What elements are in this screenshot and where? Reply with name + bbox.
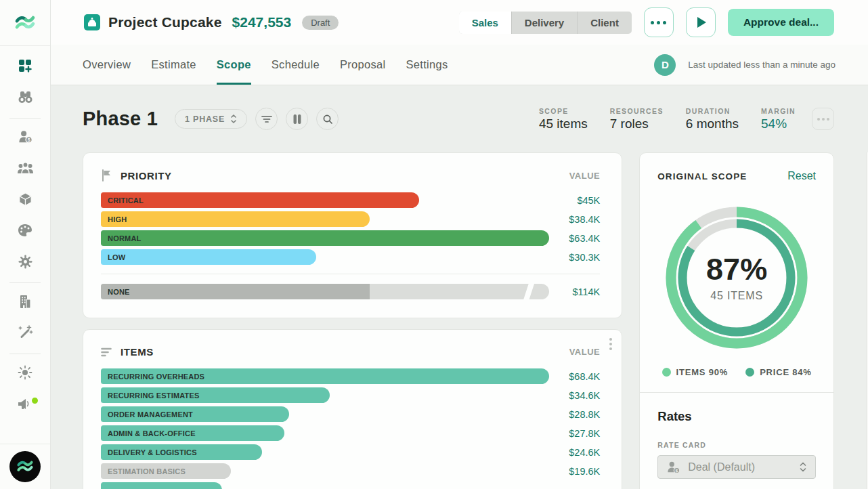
sidebar-footer	[0, 444, 50, 489]
bar-row: NORMAL $63.4K	[101, 230, 600, 246]
bar-label: NORMAL	[108, 234, 141, 242]
segment-client[interactable]: Client	[578, 12, 632, 34]
brand-circle-logo[interactable]	[9, 451, 41, 482]
value-column-header: VALUE	[569, 171, 601, 181]
items-kebab-menu[interactable]	[607, 335, 615, 353]
rate-card-label: RATE CARD	[657, 441, 816, 449]
run-button[interactable]	[686, 7, 716, 37]
legend-item-items: ITEMS 90%	[662, 367, 729, 377]
app-window: $ Project Cupcake $247	[0, 0, 868, 489]
bar-row: RECURRING OVERHEADS $68.4K	[101, 368, 600, 384]
stat-margin: MARGIN 54%	[761, 107, 796, 131]
stat-value: 54%	[761, 116, 796, 131]
segment-sales[interactable]: Sales	[459, 12, 512, 34]
legend-item-price: PRICE 84%	[745, 367, 812, 377]
stat-value: 6 months	[686, 116, 739, 131]
priority-card: PRIORITY VALUE CRITICAL $45K HIGH $38.4K…	[83, 152, 622, 318]
sidebar-item-megaphone[interactable]	[9, 389, 41, 421]
rows-divider	[101, 274, 600, 274]
status-badge: Draft	[302, 16, 339, 30]
chevron-updown-icon	[230, 114, 237, 124]
bar-row: RECURRING ESTIMATES $34.6K	[101, 387, 600, 403]
stat-value: 7 roles	[610, 116, 664, 131]
palette-icon	[17, 223, 33, 240]
bar-value: $28.8K	[549, 409, 600, 420]
search-icon	[322, 114, 333, 125]
sidebar-item-sun[interactable]	[9, 358, 41, 389]
bar-value: $34.6K	[549, 390, 600, 401]
bar-row: ADMIN & BACK-OFFICE $27.8K	[101, 425, 600, 441]
stat-duration: DURATION 6 months	[686, 107, 739, 131]
topbar: Project Cupcake $247,553 Draft SalesDeli…	[51, 0, 868, 85]
bar-value: $30.3K	[549, 252, 600, 263]
cube-icon	[18, 191, 33, 210]
segment-delivery[interactable]: Delivery	[512, 12, 578, 34]
bar-label: LOW	[108, 253, 125, 261]
tab-overview[interactable]: Overview	[83, 45, 131, 85]
tab-scope[interactable]: Scope	[217, 45, 251, 85]
sidebar-item-magic-wand[interactable]	[9, 318, 41, 349]
gear-icon	[18, 254, 33, 272]
bar-value: $19.6K	[549, 466, 600, 477]
more-actions-button[interactable]	[644, 7, 674, 37]
svg-text:$: $	[27, 137, 30, 143]
bar-row: HIGH $38.4K	[101, 211, 600, 227]
cake-icon	[84, 14, 100, 30]
bar-row-overflow: NONE $114K	[101, 284, 600, 299]
phase-selector-label: 1 PHASE	[185, 114, 225, 124]
tab-proposal[interactable]: Proposal	[340, 45, 386, 85]
bar-label: NONE	[108, 288, 130, 296]
approve-deal-button[interactable]: Approve deal...	[728, 9, 834, 36]
bar-row: LOW $30.3K	[101, 249, 600, 265]
search-button[interactable]	[316, 108, 339, 130]
sidebar-item-cube[interactable]	[9, 185, 41, 216]
bar-value: $114K	[549, 286, 600, 297]
phase-title: Phase 1	[83, 108, 158, 130]
sidebar-item-apps-grid-plus[interactable]	[9, 51, 41, 83]
notification-dot	[30, 396, 39, 405]
tab-settings[interactable]: Settings	[406, 45, 448, 85]
avatar[interactable]: D	[654, 54, 676, 76]
sidebar-item-binoculars[interactable]	[9, 83, 41, 114]
sidebar-divider	[9, 354, 41, 354]
bar-label: ADMIN & BACK-OFFICE	[108, 429, 196, 438]
legend-label: ITEMS 90%	[676, 367, 729, 377]
stat-label: SCOPE	[539, 107, 588, 115]
phase-more-button[interactable]	[812, 108, 834, 130]
filter-button[interactable]	[255, 108, 278, 130]
bar-value: $45K	[549, 195, 600, 206]
sidebar-item-building[interactable]	[9, 287, 41, 318]
magic-wand-icon	[17, 324, 33, 343]
tab-schedule[interactable]: Schedule	[272, 45, 320, 85]
chevron-updown-icon	[799, 461, 807, 473]
bar-label: HIGH	[108, 215, 127, 224]
sidebar-item-person-dollar[interactable]: $	[9, 123, 41, 154]
tab-estimate[interactable]: Estimate	[151, 45, 196, 85]
card-title: PRIORITY	[121, 170, 172, 182]
original-scope-title: ORIGINAL SCOPE	[657, 171, 747, 182]
sun-icon	[17, 364, 33, 383]
reset-link[interactable]: Reset	[787, 170, 816, 182]
bar-label: ORDER MANAGEMENT	[108, 410, 193, 419]
bar-label: DELIVERY & LOGISTICS	[108, 448, 197, 456]
sidebar-item-gear[interactable]	[9, 247, 41, 278]
rate-card-value: Deal (Default)	[688, 461, 755, 473]
scope-donut-chart: 87% 45 ITEMS	[666, 207, 808, 349]
bar-row	[101, 482, 600, 489]
person-dollar-icon: $	[18, 129, 33, 147]
legend-dot	[745, 368, 754, 377]
stat-resources: RESOURCES 7 roles	[610, 107, 664, 131]
donut-center-value: 87%	[706, 254, 767, 284]
columns-button[interactable]	[286, 108, 308, 130]
svg-text:$: $	[676, 467, 678, 472]
rate-card-select[interactable]: $ Deal (Default)	[657, 455, 816, 479]
sidebar-nav: $	[0, 46, 50, 444]
app-logo[interactable]	[0, 0, 50, 46]
phase-selector[interactable]: 1 PHASE	[175, 109, 247, 129]
donut-center-label: 45 ITEMS	[710, 290, 763, 302]
sidebar-item-palette[interactable]	[9, 216, 41, 247]
deal-amount: $247,553	[232, 14, 292, 30]
bar-row: ESTIMATION BASICS $19.6K	[101, 463, 600, 479]
stat-value: 45 items	[539, 116, 588, 131]
sidebar-item-team[interactable]	[9, 154, 41, 185]
